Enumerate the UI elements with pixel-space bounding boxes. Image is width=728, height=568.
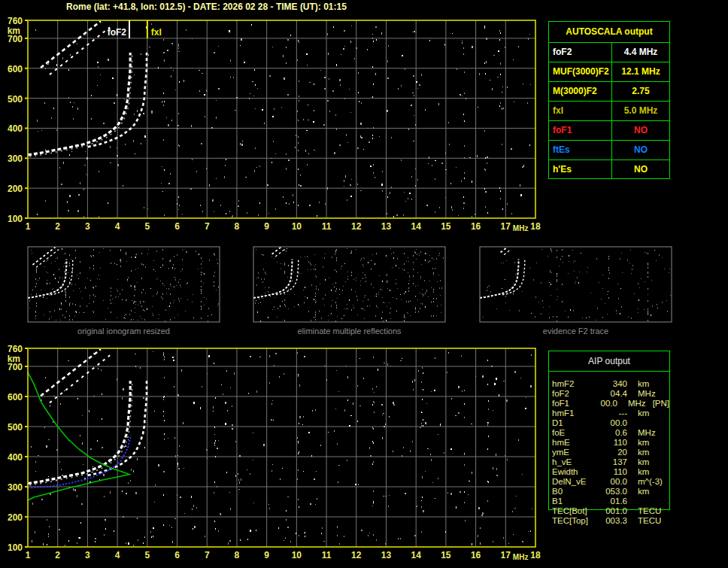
fof2-marker-label: foF2 — [108, 27, 127, 38]
autoscala-row-label: h'Es — [549, 160, 612, 179]
svg-text:760: 760 — [8, 16, 23, 26]
aip-unit: TECU — [627, 516, 661, 526]
grid-lines — [28, 20, 535, 218]
autoscala-row-hes: h'EsNO — [549, 160, 669, 179]
aip-table-rows: hmF2340kmfoF204.4MHzfoF100.0MHz[PN]hmF1-… — [552, 379, 669, 526]
aip-unit — [627, 497, 638, 506]
autoscala-row-ftes: ftEsNO — [549, 141, 669, 160]
svg-text:14: 14 — [411, 221, 421, 232]
autoscala-output-window: foF2fxI123456789101112131415161718MHz760… — [0, 0, 728, 568]
svg-text:10: 10 — [292, 550, 302, 560]
aip-label: foF1 — [552, 399, 590, 409]
autoscala-row-label: M(3000)F2 — [549, 82, 612, 101]
svg-text:13: 13 — [381, 550, 392, 560]
svg-text:4: 4 — [115, 221, 120, 232]
aip-value: 003.3 — [596, 516, 627, 526]
aip-extra — [649, 467, 656, 477]
thumb-f2-o-trace — [253, 259, 292, 298]
thumb-original-ionogram — [28, 247, 220, 322]
aip-row-tecbot: TEC[Bot]001.0TECU — [552, 506, 669, 516]
svg-text:10: 10 — [292, 221, 302, 232]
autoscala-row-value: 5.0 MHz — [612, 102, 669, 120]
aip-row-tectop: TEC[Top]003.3TECU — [552, 516, 669, 526]
aip-unit — [627, 418, 638, 428]
autoscala-row-value: NO — [612, 121, 669, 140]
autoscala-row-value: 2.75 — [612, 82, 669, 101]
svg-text:4: 4 — [115, 550, 120, 560]
aip-value: 001.0 — [596, 506, 627, 516]
svg-text:400: 400 — [8, 123, 23, 134]
aip-value: 20 — [596, 448, 627, 457]
aip-label: ymE — [552, 448, 596, 457]
aip-row-hve: h_vE137km — [552, 457, 669, 467]
aip-extra — [649, 438, 656, 448]
aip-row-d1: D100.0 — [552, 418, 669, 428]
autoscala-row-label: foF1 — [549, 121, 612, 140]
thumb-border — [28, 247, 220, 322]
svg-text:100: 100 — [8, 542, 23, 553]
svg-text:300: 300 — [8, 482, 23, 493]
svg-text:600: 600 — [8, 64, 23, 74]
svg-text:9: 9 — [264, 221, 269, 232]
aip-row-hmf2: hmF2340km — [552, 379, 669, 389]
aip-label: foF2 — [552, 389, 596, 399]
aip-extra — [656, 428, 663, 438]
autoscala-row-label: MUF(3000)F2 — [549, 62, 612, 81]
aip-extra — [663, 477, 669, 487]
aip-unit: MHz — [617, 399, 646, 409]
svg-text:300: 300 — [8, 153, 23, 164]
thumb-eliminate-reflections — [253, 247, 445, 322]
aip-unit: MHz — [627, 389, 656, 399]
svg-text:18: 18 — [530, 550, 541, 560]
svg-text:12: 12 — [351, 221, 362, 232]
svg-text:6: 6 — [174, 550, 180, 560]
thumb-border — [480, 247, 672, 322]
svg-text:7: 7 — [205, 550, 210, 560]
thumb-f2-x-trace — [50, 259, 73, 295]
aip-label: hmF2 — [552, 379, 596, 389]
svg-text:16: 16 — [471, 221, 481, 232]
svg-text:7: 7 — [205, 221, 210, 232]
x-axis-ticks: 123456789101112131415161718MHz — [26, 550, 541, 561]
page-title: Rome (lat: +41.8, lon: 012.5) - DATE: 20… — [66, 2, 347, 12]
y-axis-ticks: 760700600500400300200100km — [8, 344, 23, 553]
aip-value: 00.0 — [596, 477, 627, 487]
svg-text:15: 15 — [441, 221, 451, 232]
aip-value: 340 — [596, 379, 627, 389]
svg-text:500: 500 — [8, 94, 23, 105]
aip-row-b0: B0053.0km — [552, 487, 669, 497]
aip-value: 110 — [596, 467, 627, 477]
thumb-f2-x-trace — [276, 259, 299, 295]
aip-extra — [649, 448, 656, 457]
aip-label: B0 — [552, 487, 596, 497]
x-axis-unit-label: MHz — [513, 224, 529, 232]
aip-unit: km — [627, 409, 649, 418]
svg-text:760: 760 — [8, 344, 23, 354]
x-axis-ticks: 123456789101112131415161718MHz — [26, 221, 541, 232]
svg-text:15: 15 — [441, 550, 451, 560]
aip-extra — [661, 506, 668, 516]
autoscala-row-fof2: foF24.4 MHz — [549, 43, 669, 62]
autoscala-row-m3000f2: M(3000)F22.75 — [549, 82, 669, 102]
svg-text:5: 5 — [144, 221, 150, 232]
aip-value: 04.4 — [596, 389, 627, 399]
aip-extra — [638, 418, 645, 428]
svg-text:3: 3 — [85, 221, 90, 232]
restored-o-trace — [28, 435, 131, 488]
aip-extra — [638, 497, 645, 506]
plot-ionogram_top: foF2fxI123456789101112131415161718MHz760… — [8, 16, 541, 232]
aip-value: 00.0 — [590, 399, 617, 409]
y-axis-ticks: 760700600500400300200100km — [8, 16, 23, 224]
aip-unit: km — [627, 457, 649, 467]
svg-text:5: 5 — [144, 550, 150, 560]
autoscala-row-value: 12.1 MHz — [612, 62, 669, 81]
aip-unit: km — [627, 467, 649, 477]
aip-row-hmf1: hmF1---km — [552, 409, 669, 418]
thumb-caption-original: original ionogram resized — [28, 327, 220, 336]
aip-row-ewidth: Ewidth110km — [552, 467, 669, 477]
svg-text:9: 9 — [264, 550, 269, 560]
aip-label: hmF1 — [552, 409, 596, 418]
x-axis-unit-label: MHz — [513, 553, 529, 561]
thumb-caption-eliminate: eliminate multiple reflections — [253, 327, 445, 336]
aip-row-delnve: DelN_vE00.0m^(-3) — [552, 477, 669, 487]
